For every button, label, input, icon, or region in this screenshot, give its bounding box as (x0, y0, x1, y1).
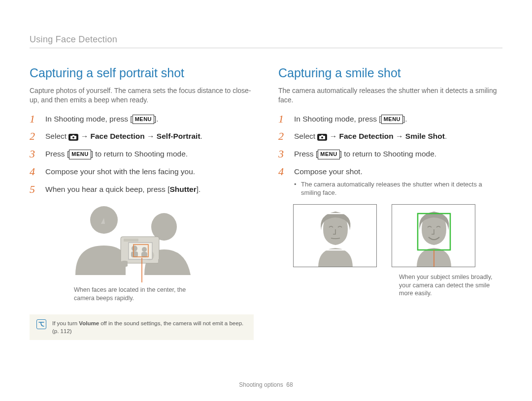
right-step2-text-a: Select (294, 132, 317, 140)
shutter-label: Shutter (169, 185, 196, 193)
note-text: If you turn Volume off in the sound sett… (52, 319, 247, 335)
right-step3-text-b: ] to return to Shooting mode. (340, 150, 436, 158)
right-step-2: Select → Face Detection → Smile Shot. (278, 131, 502, 142)
svg-point-2 (72, 137, 74, 139)
note-box: If you turn Volume off in the sound sett… (30, 314, 254, 340)
left-step-3: Press [MENU] to return to Shooting mode. (30, 149, 254, 159)
right-intro: The camera automatically releases the sh… (278, 86, 502, 105)
left-step3-text-a: Press [ (45, 150, 69, 158)
note-icon (36, 319, 46, 329)
menu-label: MENU (133, 115, 154, 124)
right-step-1: In Shooting mode, press [MENU]. (278, 114, 502, 124)
self-portrait-illustration: When faces are located in the center, th… (30, 201, 254, 303)
left-step2-text-a: Select (45, 132, 68, 140)
right-illustration-caption: When your subject smiles broadly, your c… (399, 273, 498, 298)
footer-section: Shooting options (239, 381, 283, 388)
left-step-2: Select → Face Detection → Self-Portrait. (30, 131, 254, 142)
left-step-5: When you hear a quick beep, press [Shutt… (30, 184, 254, 195)
smile-frames (278, 204, 502, 267)
left-step2-text-b: → Face Detection → Self-Portrait (78, 132, 200, 140)
left-step1-text-a: In Shooting mode, press [ (45, 115, 133, 123)
page-footer: Shooting options 68 (0, 381, 532, 388)
right-steps: In Shooting mode, press [MENU]. Select →… (278, 114, 502, 197)
svg-rect-6 (124, 239, 138, 242)
left-column: Capturing a self portrait shot Capture p… (30, 66, 254, 340)
right-step4-text: Compose your shot. (294, 167, 363, 176)
smile-frame-neutral (293, 204, 377, 267)
breadcrumb: Using Face Detection (30, 34, 502, 48)
menu-label: MENU (69, 150, 91, 159)
left-step-1: In Shooting mode, press [MENU]. (30, 114, 254, 124)
camera-icon (317, 134, 327, 141)
svg-rect-16 (321, 135, 323, 136)
left-step5-text-a: When you hear a quick beep, press [ (45, 185, 169, 193)
svg-point-17 (321, 137, 323, 139)
left-step5-text-c: ]. (197, 185, 201, 193)
note-volume: Volume (79, 320, 99, 326)
svg-rect-1 (72, 135, 74, 136)
left-step1-text-b: ]. (154, 115, 159, 123)
right-step1-text-a: In Shooting mode, press [ (294, 115, 381, 123)
left-heading: Capturing a self portrait shot (30, 66, 254, 80)
left-step2-text-c: . (200, 132, 202, 140)
svg-point-9 (132, 246, 137, 251)
right-column: Capturing a smile shot The camera automa… (278, 66, 502, 340)
left-step-4: Compose your shot with the lens facing y… (30, 166, 254, 177)
smile-frame-smiling (392, 204, 475, 267)
svg-rect-10 (131, 251, 138, 257)
right-step3-text-a: Press [ (294, 150, 318, 158)
right-step1-text-b: ]. (403, 115, 407, 123)
left-step3-text-b: ] to return to Shooting mode. (91, 150, 188, 158)
menu-label: MENU (381, 115, 403, 124)
right-step2-text-b: → Face Detection → Smile Shot (327, 132, 445, 140)
camera-icon (68, 134, 78, 141)
menu-label: MENU (318, 150, 339, 159)
svg-point-11 (142, 247, 147, 252)
right-step4-sub: The camera automatically releases the sh… (294, 180, 502, 197)
right-step2-text-c: . (445, 132, 447, 140)
content-columns: Capturing a self portrait shot Capture p… (30, 66, 502, 340)
right-step-4: Compose your shot. The camera automatica… (278, 166, 502, 197)
right-step4-sublist: The camera automatically releases the sh… (294, 180, 502, 197)
right-heading: Capturing a smile shot (278, 66, 502, 80)
left-steps: In Shooting mode, press [MENU]. Select →… (30, 114, 254, 194)
footer-page-number: 68 (286, 381, 293, 388)
left-intro: Capture photos of yourself. The camera s… (30, 86, 254, 105)
left-illustration-caption: When faces are located in the center, th… (74, 286, 197, 303)
right-step-3: Press [MENU] to return to Shooting mode. (278, 149, 502, 159)
note-text-a: If you turn (52, 320, 79, 326)
